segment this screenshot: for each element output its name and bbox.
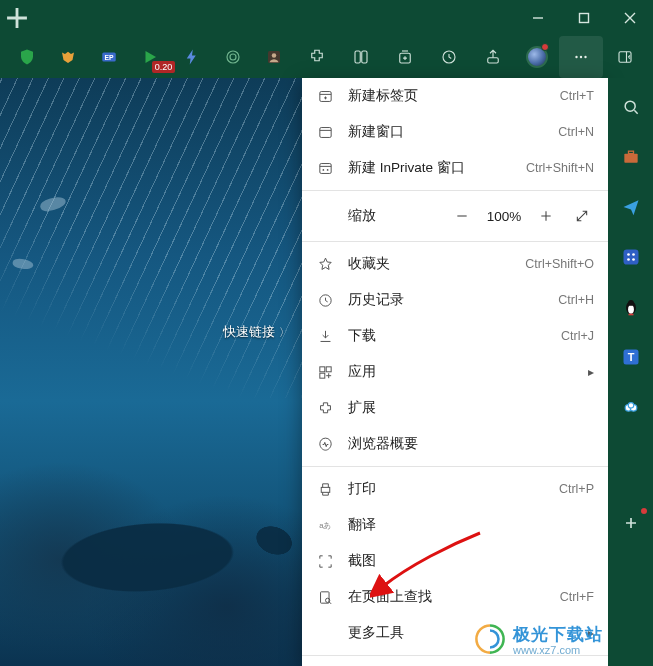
svg-point-35 — [627, 253, 630, 256]
find-icon — [316, 588, 334, 606]
menu-translate[interactable]: aあ 翻译 — [302, 507, 608, 543]
svg-text:EP: EP — [105, 54, 115, 61]
window-controls — [515, 0, 653, 36]
quick-links-text: 快速链接 — [223, 323, 275, 341]
menu-extensions[interactable]: 扩展 — [302, 390, 608, 426]
new-tab-button[interactable] — [0, 0, 34, 36]
profile-avatar[interactable] — [515, 36, 559, 78]
watermark: 极光下载站 www.xz7.com — [473, 622, 603, 656]
translate-icon: aあ — [316, 516, 334, 534]
svg-rect-0 — [580, 14, 589, 23]
sidebar-t-icon[interactable]: T — [618, 344, 644, 370]
zoom-label: 缩放 — [348, 207, 444, 225]
menu-favorites[interactable]: 收藏夹 Ctrl+Shift+O — [302, 246, 608, 282]
svg-text:T: T — [627, 351, 634, 363]
background-art — [0, 78, 302, 398]
zoom-value: 100% — [480, 209, 528, 224]
svg-rect-23 — [326, 366, 331, 371]
close-button[interactable] — [607, 0, 653, 36]
svg-rect-27 — [320, 591, 329, 602]
menu-new-inprivate[interactable]: 新建 InPrivate 窗口 Ctrl+Shift+N — [302, 150, 608, 186]
ep-icon[interactable]: EP — [89, 36, 130, 78]
svg-text:aあ: aあ — [319, 521, 331, 530]
window-icon — [316, 123, 334, 141]
sidebar-penguin-icon[interactable] — [618, 294, 644, 320]
svg-point-13 — [580, 56, 582, 58]
menu-browser-essentials[interactable]: 浏览器概要 — [302, 426, 608, 462]
profile-thumb-icon[interactable] — [254, 36, 295, 78]
svg-rect-18 — [319, 163, 330, 173]
maximize-button[interactable] — [561, 0, 607, 36]
history-icon — [316, 291, 334, 309]
svg-point-20 — [326, 169, 328, 171]
sidebar-search-icon[interactable] — [618, 94, 644, 120]
history-toolbar-icon[interactable] — [427, 36, 471, 78]
swirl-icon[interactable] — [212, 36, 253, 78]
zoom-out-button[interactable] — [444, 198, 480, 234]
notification-dot — [641, 508, 647, 514]
more-menu-button[interactable] — [559, 36, 603, 78]
extensions-toolbar-icon[interactable] — [295, 36, 339, 78]
svg-rect-33 — [628, 151, 633, 154]
share-icon[interactable] — [471, 36, 515, 78]
play-icon[interactable]: 0.20 — [130, 36, 171, 78]
new-tab-icon — [316, 87, 334, 105]
svg-rect-17 — [319, 127, 330, 137]
shield-icon[interactable] — [6, 36, 47, 78]
separator — [302, 190, 608, 191]
menu-find-on-page[interactable]: 在页面上查找 Ctrl+F — [302, 579, 608, 615]
fox-icon[interactable] — [47, 36, 88, 78]
svg-rect-15 — [619, 52, 631, 63]
menu-history[interactable]: 历史记录 Ctrl+H — [302, 282, 608, 318]
svg-point-19 — [322, 169, 324, 171]
fullscreen-button[interactable] — [564, 198, 600, 234]
pulse-icon — [316, 435, 334, 453]
menu-new-tab[interactable]: 新建标签页 Ctrl+T — [302, 78, 608, 114]
sidebar-send-icon[interactable] — [618, 194, 644, 220]
sidebar-add-button[interactable] — [618, 510, 644, 536]
page-content: 快速链接 〉 — [0, 78, 302, 666]
svg-point-6 — [272, 53, 277, 58]
menu-screenshot[interactable]: 截图 — [302, 543, 608, 579]
menu-settings[interactable]: 设置 — [302, 660, 608, 666]
collections-icon[interactable] — [383, 36, 427, 78]
watermark-title: 极光下载站 — [513, 623, 603, 646]
settings-menu: 新建标签页 Ctrl+T 新建窗口 Ctrl+N 新建 InPrivate 窗口… — [302, 78, 608, 666]
svg-rect-25 — [321, 487, 330, 492]
svg-point-38 — [632, 258, 635, 261]
download-icon — [316, 327, 334, 345]
svg-point-41 — [628, 300, 634, 306]
menu-new-window[interactable]: 新建窗口 Ctrl+N — [302, 114, 608, 150]
svg-rect-8 — [362, 51, 367, 63]
split-screen-icon[interactable] — [339, 36, 383, 78]
svg-point-36 — [632, 253, 635, 256]
watermark-logo-icon — [473, 622, 507, 656]
svg-rect-22 — [319, 366, 324, 371]
apps-icon — [316, 363, 334, 381]
separator — [302, 241, 608, 242]
svg-rect-32 — [624, 154, 637, 163]
print-icon — [316, 480, 334, 498]
svg-point-46 — [628, 403, 634, 409]
sidebar-paw-icon[interactable] — [618, 244, 644, 270]
minimize-button[interactable] — [515, 0, 561, 36]
star-icon — [316, 255, 334, 273]
sidebar-briefcase-icon[interactable] — [618, 144, 644, 170]
sidebar-toggle-icon[interactable] — [603, 36, 647, 78]
zoom-in-button[interactable] — [528, 198, 564, 234]
toolbar: EP 0.20 — [0, 36, 653, 78]
background-art-whale — [26, 487, 293, 615]
quick-links-label[interactable]: 快速链接 〉 — [223, 323, 290, 341]
svg-point-3 — [227, 51, 239, 63]
menu-zoom: 缩放 100% — [302, 195, 608, 237]
chevron-right-icon: ▸ — [588, 365, 594, 379]
menu-print[interactable]: 打印 Ctrl+P — [302, 471, 608, 507]
screenshot-icon — [316, 552, 334, 570]
sidebar-cloud-icon[interactable] — [618, 394, 644, 420]
inprivate-icon — [316, 159, 334, 177]
menu-apps[interactable]: 应用 ▸ — [302, 354, 608, 390]
bolt-icon[interactable] — [171, 36, 212, 78]
menu-downloads[interactable]: 下载 Ctrl+J — [302, 318, 608, 354]
svg-rect-11 — [488, 58, 499, 63]
svg-rect-7 — [355, 51, 360, 63]
